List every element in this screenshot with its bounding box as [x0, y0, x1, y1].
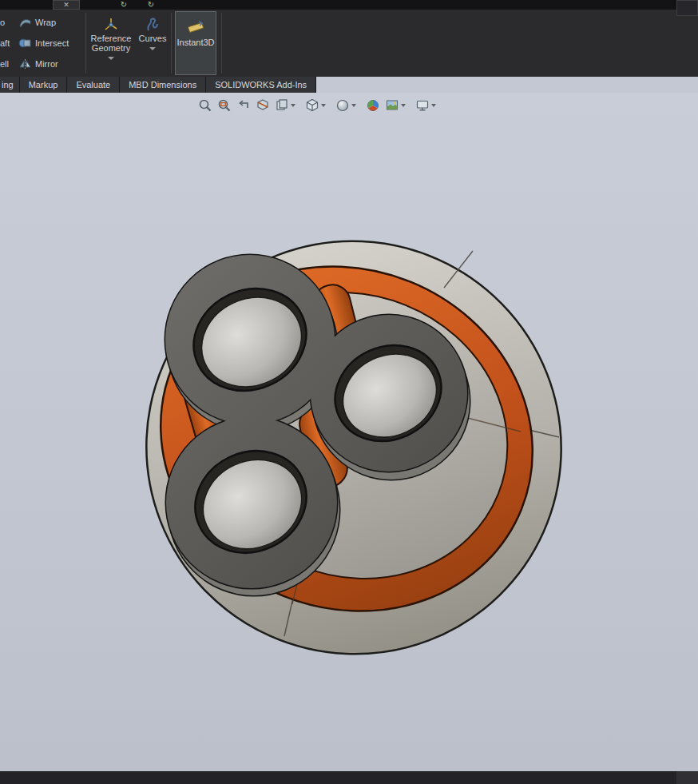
instant3d-toggle-button[interactable]: Instant3D: [175, 11, 216, 75]
tab-truncated[interactable]: ing: [0, 77, 20, 93]
window-titlebar: ✕ ↻ ↻: [0, 0, 698, 10]
wrap-icon: [18, 16, 32, 29]
ribbon-separator: [221, 13, 222, 74]
tab-mbd-dimensions[interactable]: MBD Dimensions: [120, 77, 206, 93]
rebuild-icon[interactable]: ↻: [118, 0, 129, 10]
mirror-icon: [18, 58, 32, 70]
wrap-button-label[interactable]: Wrap: [35, 18, 56, 27]
tab-evaluate[interactable]: Evaluate: [67, 77, 120, 93]
ribbon-separator: [171, 13, 172, 74]
chevron-down-icon[interactable]: [108, 57, 114, 60]
command-manager-tabs: ing Markup Evaluate MBD Dimensions SOLID…: [0, 77, 316, 93]
document-tab[interactable]: ✕: [53, 0, 80, 10]
titlebar-corner-button[interactable]: [676, 0, 698, 16]
tab-solidworks-add-ins[interactable]: SOLIDWORKS Add-Ins: [206, 77, 316, 93]
curves-button[interactable]: Curves: [136, 11, 169, 75]
ribbon-row-intersect[interactable]: aft Intersect: [0, 34, 69, 52]
model-canvas[interactable]: [0, 93, 698, 771]
reference-geometry-label-line1: Reference: [91, 34, 132, 43]
ribbon-row-wrap[interactable]: o Wrap: [0, 14, 56, 31]
truncated-button-label[interactable]: o: [0, 18, 14, 27]
curves-icon: [145, 16, 161, 34]
instant3d-label: Instant3D: [176, 38, 214, 47]
status-bar: [0, 771, 698, 784]
tab-markup[interactable]: Markup: [20, 77, 68, 93]
instant3d-icon: [186, 18, 205, 38]
ribbon-separator: [85, 13, 86, 74]
intersect-icon: [18, 37, 32, 50]
reference-geometry-label-line2: Geometry: [92, 43, 130, 53]
solidworks-window: ✕ ↻ ↻ o Wrap aft Intersect ell Mirror: [0, 0, 698, 784]
status-corner-box: [676, 771, 698, 784]
truncated-button-label[interactable]: ell: [0, 59, 14, 69]
options-icon[interactable]: ↻: [145, 0, 157, 10]
mirror-button-label[interactable]: Mirror: [35, 59, 58, 69]
command-manager-ribbon: o Wrap aft Intersect ell Mirror: [0, 10, 698, 77]
reference-geometry-icon: [103, 16, 119, 34]
graphics-area[interactable]: [0, 93, 698, 771]
reference-geometry-button[interactable]: Reference Geometry: [88, 11, 134, 75]
curves-label: Curves: [139, 34, 167, 43]
truncated-button-label[interactable]: aft: [0, 38, 14, 48]
ribbon-row-mirror[interactable]: ell Mirror: [0, 55, 58, 73]
intersect-button-label[interactable]: Intersect: [35, 38, 69, 48]
chevron-down-icon[interactable]: [149, 47, 156, 50]
